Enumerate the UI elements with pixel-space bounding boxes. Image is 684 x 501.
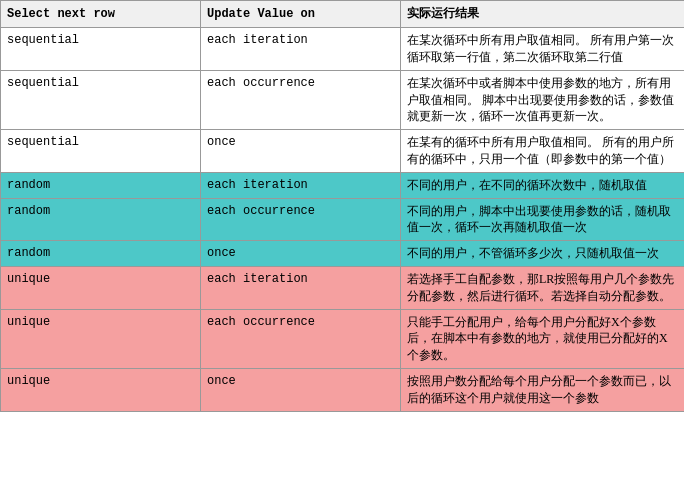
table-row: sequentialonce在某有的循环中所有用户取值相同。 所有的用户所有的循…	[1, 130, 685, 173]
cell-select-next-row: sequential	[1, 28, 201, 71]
cell-result: 在某有的循环中所有用户取值相同。 所有的用户所有的循环中，只用一个值（即参数中的…	[401, 130, 685, 173]
table-row: randomeach iteration不同的用户，在不同的循环次数中，随机取值	[1, 172, 685, 198]
cell-update-value-on: each iteration	[201, 172, 401, 198]
cell-select-next-row: unique	[1, 266, 201, 309]
table-row: sequentialeach occurrence在某次循环中或者脚本中使用参数…	[1, 70, 685, 129]
cell-result: 不同的用户，在不同的循环次数中，随机取值	[401, 172, 685, 198]
cell-select-next-row: random	[1, 172, 201, 198]
header-select-next-row: Select next row	[1, 1, 201, 28]
cell-update-value-on: each iteration	[201, 28, 401, 71]
cell-result: 不同的用户，脚本中出现要使用参数的话，随机取值一次，循环一次再随机取值一次	[401, 198, 685, 241]
table-row: sequentialeach iteration在某次循环中所有用户取值相同。 …	[1, 28, 685, 71]
cell-update-value-on: each occurrence	[201, 309, 401, 368]
table-row: randomonce不同的用户，不管循环多少次，只随机取值一次	[1, 241, 685, 267]
cell-result: 不同的用户，不管循环多少次，只随机取值一次	[401, 241, 685, 267]
cell-update-value-on: once	[201, 130, 401, 173]
header-update-value-on: Update Value on	[201, 1, 401, 28]
cell-select-next-row: random	[1, 241, 201, 267]
table-row: uniqueeach iteration若选择手工自配参数，那LR按照每用户几个…	[1, 266, 685, 309]
cell-select-next-row: sequential	[1, 130, 201, 173]
cell-result: 在某次循环中或者脚本中使用参数的地方，所有用户取值相同。 脚本中出现要使用参数的…	[401, 70, 685, 129]
cell-select-next-row: sequential	[1, 70, 201, 129]
cell-select-next-row: unique	[1, 309, 201, 368]
table-row: uniqueeach occurrence只能手工分配用户，给每个用户分配好X个…	[1, 309, 685, 368]
cell-update-value-on: each iteration	[201, 266, 401, 309]
cell-update-value-on: once	[201, 368, 401, 411]
cell-update-value-on: once	[201, 241, 401, 267]
cell-select-next-row: unique	[1, 368, 201, 411]
cell-update-value-on: each occurrence	[201, 70, 401, 129]
cell-select-next-row: random	[1, 198, 201, 241]
cell-result: 若选择手工自配参数，那LR按照每用户几个参数先分配参数，然后进行循环。若选择自动…	[401, 266, 685, 309]
table-row: uniqueonce按照用户数分配给每个用户分配一个参数而已，以后的循环这个用户…	[1, 368, 685, 411]
cell-result: 在某次循环中所有用户取值相同。 所有用户第一次循环取第一行值，第二次循环取第二行…	[401, 28, 685, 71]
cell-result: 只能手工分配用户，给每个用户分配好X个参数后，在脚本中有参数的地方，就使用已分配…	[401, 309, 685, 368]
table-row: randomeach occurrence不同的用户，脚本中出现要使用参数的话，…	[1, 198, 685, 241]
cell-update-value-on: each occurrence	[201, 198, 401, 241]
header-result: 实际运行结果	[401, 1, 685, 28]
cell-result: 按照用户数分配给每个用户分配一个参数而已，以后的循环这个用户就使用这一个参数	[401, 368, 685, 411]
